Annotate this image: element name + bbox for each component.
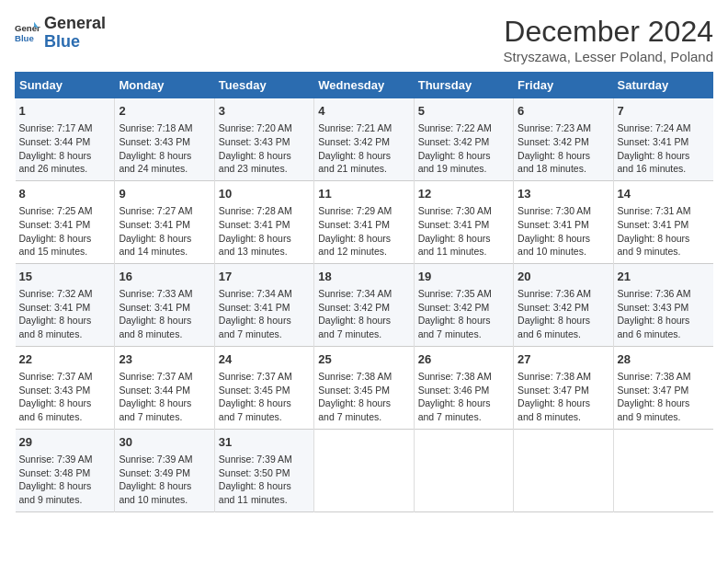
day-info-line: Sunset: 3:41 PM — [618, 135, 710, 149]
day-info-line: Sunrise: 7:39 AM — [219, 453, 310, 466]
calendar-cell: 17Sunrise: 7:34 AMSunset: 3:41 PMDayligh… — [214, 263, 313, 346]
day-info-line: Daylight: 8 hours — [418, 232, 509, 246]
day-info-line: Sunrise: 7:37 AM — [119, 370, 210, 384]
day-info-line: and 24 minutes. — [119, 162, 210, 176]
calendar-cell: 29Sunrise: 7:39 AMSunset: 3:48 PMDayligh… — [16, 429, 115, 511]
day-info-line: and 6 minutes. — [618, 327, 710, 341]
calendar-cell: 6Sunrise: 7:23 AMSunset: 3:42 PMDaylight… — [514, 98, 613, 181]
calendar-cell: 23Sunrise: 7:37 AMSunset: 3:44 PMDayligh… — [115, 346, 214, 429]
day-info-line: Sunrise: 7:37 AM — [219, 370, 310, 384]
calendar-cell: 5Sunrise: 7:22 AMSunset: 3:42 PMDaylight… — [414, 98, 513, 181]
day-info-line: Sunrise: 7:25 AM — [19, 204, 111, 218]
day-number: 29 — [19, 434, 111, 451]
day-info-line: Sunrise: 7:31 AM — [618, 204, 710, 218]
day-info-line: Sunset: 3:46 PM — [418, 384, 509, 397]
day-info-line: and 11 minutes. — [418, 245, 509, 259]
day-info-line: Sunrise: 7:27 AM — [119, 204, 210, 218]
day-header-friday: Friday — [514, 73, 613, 98]
day-number: 11 — [318, 186, 409, 202]
day-info-line: Sunset: 3:41 PM — [418, 218, 509, 232]
day-info-line: Sunrise: 7:38 AM — [518, 370, 609, 384]
day-number: 5 — [418, 103, 509, 120]
calendar-cell: 21Sunrise: 7:36 AMSunset: 3:43 PMDayligh… — [613, 263, 712, 346]
calendar-body: 1Sunrise: 7:17 AMSunset: 3:44 PMDaylight… — [16, 98, 713, 512]
day-info-line: Sunset: 3:47 PM — [618, 384, 710, 397]
calendar-cell: 25Sunrise: 7:38 AMSunset: 3:45 PMDayligh… — [314, 346, 414, 429]
day-number: 2 — [119, 103, 210, 120]
calendar-cell — [514, 429, 613, 511]
day-info-line: and 9 minutes. — [19, 493, 111, 507]
day-info-line: Daylight: 8 hours — [219, 149, 310, 163]
day-header-wednesday: Wednesday — [314, 73, 414, 98]
day-number: 25 — [318, 351, 409, 368]
day-number: 28 — [618, 351, 710, 368]
day-info-line: Daylight: 8 hours — [618, 314, 710, 327]
calendar-cell: 9Sunrise: 7:27 AMSunset: 3:41 PMDaylight… — [115, 180, 214, 263]
day-number: 27 — [518, 351, 609, 368]
day-info-line: Daylight: 8 hours — [418, 314, 509, 327]
day-info-line: and 13 minutes. — [219, 245, 310, 259]
day-info-line: Sunrise: 7:30 AM — [418, 204, 509, 218]
day-header-monday: Monday — [115, 73, 214, 98]
svg-text:General: General — [15, 23, 40, 33]
day-info-line: Daylight: 8 hours — [219, 314, 310, 327]
calendar-table: SundayMondayTuesdayWednesdayThursdayFrid… — [15, 72, 713, 512]
calendar-cell: 11Sunrise: 7:29 AMSunset: 3:41 PMDayligh… — [314, 180, 414, 263]
day-info-line: and 9 minutes. — [618, 245, 710, 259]
calendar-week-row: 22Sunrise: 7:37 AMSunset: 3:43 PMDayligh… — [16, 346, 713, 429]
day-header-saturday: Saturday — [613, 73, 712, 98]
day-number: 9 — [119, 186, 210, 202]
calendar-week-row: 1Sunrise: 7:17 AMSunset: 3:44 PMDaylight… — [16, 98, 713, 181]
day-info-line: and 23 minutes. — [219, 162, 310, 176]
day-info-line: Sunset: 3:41 PM — [219, 218, 310, 232]
day-info-line: Daylight: 8 hours — [119, 232, 210, 246]
day-info-line: Sunset: 3:41 PM — [119, 218, 210, 232]
day-info-line: Sunset: 3:45 PM — [219, 384, 310, 397]
day-info-line: Sunrise: 7:35 AM — [418, 287, 509, 301]
day-info-line: Daylight: 8 hours — [119, 149, 210, 163]
calendar-cell: 24Sunrise: 7:37 AMSunset: 3:45 PMDayligh… — [214, 346, 313, 429]
day-info-line: Daylight: 8 hours — [119, 396, 210, 410]
day-info-line: and 10 minutes. — [119, 493, 210, 507]
day-info-line: Daylight: 8 hours — [318, 396, 409, 410]
day-info-line: Sunrise: 7:18 AM — [119, 121, 210, 135]
day-info-line: Sunset: 3:41 PM — [19, 218, 111, 232]
day-info-line: and 14 minutes. — [119, 245, 210, 259]
day-info-line: Daylight: 8 hours — [618, 396, 710, 410]
day-info-line: Sunset: 3:48 PM — [19, 466, 111, 480]
calendar-week-row: 15Sunrise: 7:32 AMSunset: 3:41 PMDayligh… — [16, 263, 713, 346]
day-info-line: Sunrise: 7:29 AM — [318, 204, 409, 218]
month-title: December 2024 — [504, 15, 713, 49]
day-info-line: Daylight: 8 hours — [418, 396, 509, 410]
day-info-line: Sunset: 3:43 PM — [119, 135, 210, 149]
day-info-line: Sunrise: 7:22 AM — [418, 121, 509, 135]
day-info-line: Daylight: 8 hours — [119, 314, 210, 327]
day-number: 10 — [219, 186, 310, 202]
calendar-cell: 2Sunrise: 7:18 AMSunset: 3:43 PMDaylight… — [115, 98, 214, 181]
day-info-line: Sunset: 3:42 PM — [318, 301, 409, 315]
calendar-cell: 7Sunrise: 7:24 AMSunset: 3:41 PMDaylight… — [613, 98, 712, 181]
day-number: 20 — [518, 269, 609, 285]
day-info-line: Daylight: 8 hours — [518, 232, 609, 246]
day-info-line: Sunset: 3:42 PM — [418, 301, 509, 315]
calendar-cell: 22Sunrise: 7:37 AMSunset: 3:43 PMDayligh… — [16, 346, 115, 429]
day-info-line: and 18 minutes. — [518, 162, 609, 176]
calendar-cell — [314, 429, 414, 511]
day-info-line: Sunrise: 7:34 AM — [318, 287, 409, 301]
day-info-line: Sunrise: 7:36 AM — [618, 287, 710, 301]
day-info-line: Sunset: 3:41 PM — [318, 218, 409, 232]
day-number: 18 — [318, 269, 409, 285]
day-info-line: and 6 minutes. — [19, 410, 111, 424]
calendar-cell — [613, 429, 712, 511]
day-number: 24 — [219, 351, 310, 368]
day-info-line: and 26 minutes. — [19, 162, 111, 176]
calendar-cell: 20Sunrise: 7:36 AMSunset: 3:42 PMDayligh… — [514, 263, 613, 346]
day-number: 14 — [618, 186, 710, 202]
day-info-line: Sunrise: 7:34 AM — [219, 287, 310, 301]
day-number: 1 — [19, 103, 111, 120]
day-info-line: Sunrise: 7:28 AM — [219, 204, 310, 218]
day-info-line: Sunset: 3:42 PM — [518, 135, 609, 149]
day-info-line: Sunrise: 7:38 AM — [318, 370, 409, 384]
day-number: 22 — [19, 351, 111, 368]
day-info-line: Sunrise: 7:38 AM — [418, 370, 509, 384]
